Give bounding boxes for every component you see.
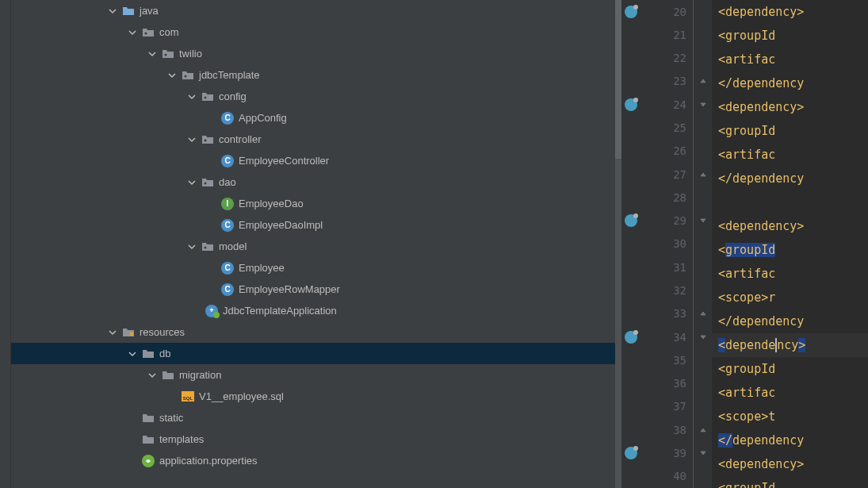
fold-marker[interactable] <box>694 418 712 441</box>
tree-item-java[interactable]: java <box>11 0 621 21</box>
override-indicator-icon[interactable] <box>625 447 637 459</box>
chevron-down-icon[interactable] <box>166 69 178 82</box>
fold-marker[interactable] <box>694 186 712 209</box>
gutter-line[interactable]: 24 <box>621 93 693 116</box>
tree-item-dao[interactable]: dao <box>11 171 621 193</box>
code-line[interactable]: <groupId <box>712 476 868 488</box>
chevron-down-icon[interactable] <box>146 369 159 382</box>
override-indicator-icon[interactable] <box>625 331 637 344</box>
tree-item-jdbctemplateapplication[interactable]: JdbcTemplateApplication <box>11 300 621 321</box>
fold-marker[interactable] <box>694 256 712 279</box>
tree-item-employeecontroller[interactable]: C EmployeeController <box>11 150 621 171</box>
fold-marker[interactable] <box>694 0 712 23</box>
fold-marker[interactable] <box>694 23 712 46</box>
tree-item-model[interactable]: model <box>11 236 621 257</box>
code-line[interactable]: <groupId <box>712 119 868 143</box>
code-line[interactable]: <scope>r <box>712 286 868 309</box>
gutter-line[interactable]: 33 <box>621 302 693 325</box>
gutter-line[interactable]: 31 <box>621 256 693 279</box>
tree-item-templates[interactable]: templates <box>11 428 621 450</box>
gutter-line[interactable]: 38 <box>621 418 693 441</box>
fold-marker[interactable] <box>694 209 712 232</box>
tree-item-employeedao[interactable]: I EmployeeDao <box>11 193 621 214</box>
gutter-line[interactable]: 21 <box>621 23 693 46</box>
code-line[interactable]: <dependency> <box>712 95 868 119</box>
fold-marker[interactable] <box>694 47 712 70</box>
fold-marker[interactable] <box>694 302 712 325</box>
override-indicator-icon[interactable] <box>625 98 637 111</box>
tree-scrollbar[interactable] <box>615 0 621 488</box>
tree-item-controller[interactable]: controller <box>11 129 621 150</box>
code-line[interactable]: <groupId <box>712 357 868 381</box>
code-line[interactable]: <dependency> <box>712 214 868 238</box>
tree-item-employee[interactable]: C Employee <box>11 257 621 279</box>
code-line[interactable]: <artifac <box>712 48 868 71</box>
chevron-down-icon[interactable] <box>185 176 198 189</box>
fold-marker[interactable] <box>694 279 712 302</box>
code-line[interactable]: <dependency> <box>712 452 868 476</box>
code-line[interactable]: <artifac <box>712 381 868 405</box>
gutter-line[interactable]: 37 <box>621 395 693 418</box>
code-line[interactable]: </dependency <box>712 167 868 190</box>
code-line[interactable]: <groupId <box>712 24 868 48</box>
tree-item-employeerowmapper[interactable]: C EmployeeRowMapper <box>11 279 621 300</box>
code-line[interactable]: <dependency> <box>712 333 868 357</box>
gutter-line[interactable]: 20 <box>621 0 693 23</box>
gutter-line[interactable]: 35 <box>621 348 693 371</box>
fold-marker[interactable] <box>694 70 712 93</box>
fold-marker[interactable] <box>694 93 712 116</box>
chevron-down-icon[interactable] <box>185 240 198 253</box>
project-tree-panel[interactable]: java com twilio jdbcTemplate config C Ap… <box>11 0 621 488</box>
fold-marker[interactable] <box>694 325 712 348</box>
tree-item-twilio[interactable]: twilio <box>11 43 621 64</box>
code-line[interactable]: <artifac <box>712 262 868 286</box>
chevron-down-icon[interactable] <box>185 133 198 146</box>
override-indicator-icon[interactable] <box>625 214 637 227</box>
gutter-line[interactable]: 22 <box>621 47 693 70</box>
fold-marker[interactable] <box>694 116 712 139</box>
gutter-line[interactable]: 36 <box>621 372 693 395</box>
tree-item-migration[interactable]: migration <box>11 364 621 386</box>
gutter-line[interactable]: 40 <box>621 465 693 488</box>
code-line[interactable]: </dependency <box>712 71 868 95</box>
gutter-line[interactable]: 28 <box>621 186 693 209</box>
tree-item-appconfig[interactable]: C AppConfig <box>11 107 621 129</box>
fold-marker[interactable] <box>694 232 712 256</box>
chevron-down-icon[interactable] <box>146 48 159 60</box>
gutter-line[interactable]: 25 <box>621 116 693 139</box>
fold-marker[interactable] <box>694 163 712 186</box>
chevron-down-icon[interactable] <box>185 90 198 103</box>
code-area[interactable]: <dependency> <groupId <artifac </depende… <box>712 0 868 488</box>
override-indicator-icon[interactable] <box>625 6 637 18</box>
tree-item-appproperties[interactable]: application.properties <box>11 450 621 471</box>
gutter-line[interactable]: 27 <box>621 163 693 186</box>
code-line[interactable]: <artifac <box>712 143 868 167</box>
fold-column[interactable] <box>693 0 712 488</box>
editor-panel[interactable]: 2021222324252627282930313233343536373839… <box>621 0 868 488</box>
chevron-down-icon[interactable] <box>106 5 119 17</box>
fold-marker[interactable] <box>694 395 712 418</box>
gutter-line[interactable]: 39 <box>621 441 693 464</box>
code-line[interactable] <box>712 190 868 214</box>
code-line[interactable]: <scope>t <box>712 405 868 428</box>
chevron-down-icon[interactable] <box>106 326 119 339</box>
gutter-line[interactable]: 30 <box>621 232 693 256</box>
fold-marker[interactable] <box>694 348 712 371</box>
tree-item-com[interactable]: com <box>11 21 621 43</box>
code-line[interactable]: </dependency <box>712 309 868 333</box>
tree-item-jdbctemplate[interactable]: jdbcTemplate <box>11 64 621 86</box>
gutter-line[interactable]: 34 <box>621 325 693 348</box>
code-line[interactable]: <groupId <box>712 238 868 262</box>
fold-marker[interactable] <box>694 372 712 395</box>
tree-item-config[interactable]: config <box>11 86 621 107</box>
fold-marker[interactable] <box>694 465 712 488</box>
tree-item-employeedaoimpl[interactable]: C EmployeeDaoImpl <box>11 214 621 236</box>
editor-gutter[interactable]: 2021222324252627282930313233343536373839… <box>621 0 693 488</box>
gutter-line[interactable]: 29 <box>621 209 693 232</box>
gutter-line[interactable]: 32 <box>621 279 693 302</box>
chevron-down-icon[interactable] <box>126 348 139 360</box>
tree-item-resources[interactable]: resources <box>11 321 621 343</box>
tree-item-static[interactable]: static <box>11 407 621 428</box>
chevron-down-icon[interactable] <box>126 26 139 39</box>
tree-item-db[interactable]: db <box>11 343 621 364</box>
